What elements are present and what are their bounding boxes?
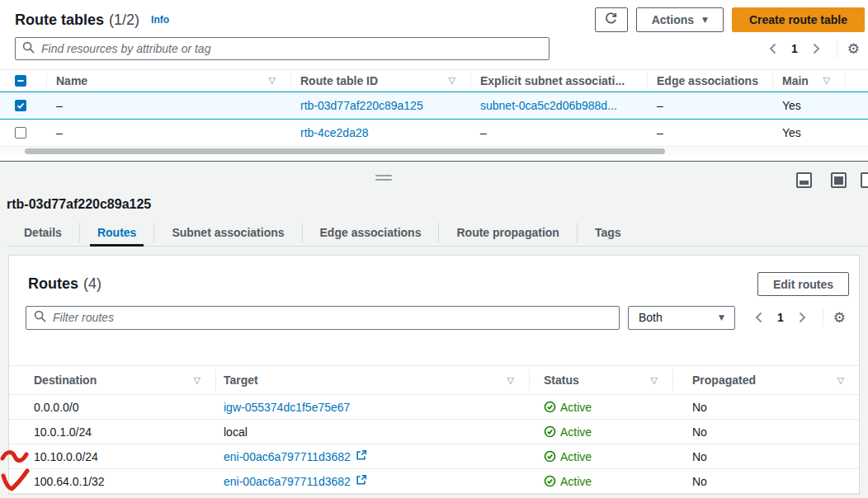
column-header-route-table-id[interactable]: Route table ID ▽: [290, 70, 470, 91]
status-badge: Active: [544, 401, 592, 414]
cell-edge: –: [647, 126, 772, 139]
sort-icon[interactable]: ▽: [837, 375, 844, 386]
column-header-name[interactable]: Name ▽: [46, 70, 290, 91]
status-badge: Active: [544, 450, 592, 463]
subnet-association-link[interactable]: subnet-0ca5c2d06b988d...: [480, 99, 617, 112]
column-header-propagated[interactable]: Propagated ▽: [672, 366, 859, 394]
routes-pagination: 1 ⚙: [748, 308, 846, 327]
actions-button-label: Actions: [652, 13, 694, 26]
sort-icon[interactable]: ▽: [269, 75, 276, 86]
tab-route-propagation[interactable]: Route propagation: [439, 219, 576, 246]
route-table-id-link[interactable]: rtb-03d77af220c89a125: [300, 99, 423, 112]
edit-routes-button[interactable]: Edit routes: [757, 272, 849, 296]
pane-splitter-handle[interactable]: [375, 175, 392, 183]
filter-routes-input[interactable]: [53, 311, 611, 324]
caret-down-icon: ▼: [702, 16, 708, 24]
layout-full-panel-icon[interactable]: [831, 172, 847, 188]
prev-page-button[interactable]: [762, 40, 783, 58]
info-link[interactable]: Info: [151, 14, 169, 26]
actions-button[interactable]: Actions ▼: [636, 7, 724, 32]
column-header-edge-associations[interactable]: Edge associations: [647, 70, 772, 91]
settings-gear-icon[interactable]: ⚙: [847, 42, 860, 56]
search-icon: [22, 41, 35, 56]
row-checkbox[interactable]: [15, 127, 26, 139]
tab-routes[interactable]: Routes: [80, 219, 153, 246]
column-header-destination[interactable]: Destination ▽: [9, 366, 215, 394]
column-header-status[interactable]: Status ▽: [529, 366, 672, 394]
cell-propagated: No: [672, 450, 859, 463]
column-header-explicit-subnet[interactable]: Explicit subnet associati...: [470, 70, 647, 91]
table-row[interactable]: – rtb-03d77af220c89a125 subnet-0ca5c2d06…: [0, 92, 868, 120]
search-input[interactable]: [41, 42, 542, 55]
next-page-button[interactable]: [792, 308, 813, 327]
tab-details[interactable]: Details: [7, 219, 79, 246]
route-row[interactable]: 10.10.0.0/24 eni-00ac6a797711d3682 Activ…: [9, 444, 859, 469]
cell-destination: 10.10.0.0/24: [9, 450, 215, 463]
routes-title: Routes: [28, 275, 78, 293]
search-icon: [34, 310, 46, 325]
select-all-checkbox[interactable]: [15, 75, 26, 87]
toolbar-divider: [823, 308, 823, 327]
create-route-table-button[interactable]: Create route table: [732, 7, 865, 32]
sort-icon[interactable]: ▽: [449, 75, 455, 86]
route-tables-pane: Route tables (1/2) Info Actions ▼ Creat: [0, 0, 868, 161]
refresh-button[interactable]: [595, 7, 628, 32]
header-checkbox-cell: [0, 75, 46, 87]
page-header: Route tables (1/2) Info Actions ▼ Creat: [15, 7, 865, 33]
routes-count: (4): [83, 275, 101, 293]
layout-bottom-panel-icon[interactable]: [796, 172, 812, 188]
target-link[interactable]: eni-00ac6a797711d3682: [224, 450, 351, 463]
horizontal-scrollbar-thumb[interactable]: [25, 148, 665, 154]
detail-tabs: Details Routes Subnet associations Edge …: [7, 219, 868, 247]
route-type-select-value: Both: [639, 311, 663, 324]
cell-destination: 10.0.1.0/24: [9, 425, 215, 439]
table-toolbar: 1 ⚙: [15, 36, 860, 61]
routes-table: Destination ▽ Target ▽ Status ▽ Propagat…: [9, 365, 859, 494]
routes-card: Routes (4) Edit routes Both ▼: [8, 255, 860, 495]
table-row[interactable]: – rtb-4ce2da28 – – Yes: [0, 120, 868, 147]
status-badge: Active: [544, 425, 592, 439]
cell-main: Yes: [772, 126, 845, 139]
column-header-target[interactable]: Target ▽: [215, 366, 529, 394]
routes-header-row: Destination ▽ Target ▽ Status ▽ Propagat…: [9, 365, 859, 395]
cell-destination: 100.64.0.1/32: [9, 475, 215, 488]
tab-tags[interactable]: Tags: [578, 219, 639, 246]
column-header-main[interactable]: Main ▽: [772, 70, 845, 91]
target-link[interactable]: igw-055374dc1f5e75e67: [224, 401, 350, 414]
route-tables-table: Name ▽ Route table ID ▽ Explicit subnet …: [0, 69, 868, 147]
routes-card-header: Routes (4) Edit routes: [28, 272, 849, 296]
row-checkbox[interactable]: [15, 100, 26, 111]
sort-icon[interactable]: ▽: [194, 375, 200, 386]
sort-icon[interactable]: ▽: [651, 375, 658, 386]
prev-page-button[interactable]: [748, 308, 769, 327]
refresh-icon: [604, 12, 618, 28]
route-type-select[interactable]: Both ▼: [628, 306, 735, 330]
external-link-icon[interactable]: [356, 474, 367, 488]
external-link-icon[interactable]: [356, 449, 367, 463]
tab-edge-associations[interactable]: Edge associations: [303, 219, 439, 246]
cell-target: local: [215, 425, 529, 439]
cell-edge: –: [647, 99, 772, 112]
route-row[interactable]: 0.0.0.0/0 igw-055374dc1f5e75e67 Active N…: [9, 395, 859, 420]
target-link[interactable]: eni-00ac6a797711d3682: [224, 475, 351, 488]
cell-main: Yes: [772, 99, 845, 112]
sort-icon[interactable]: ▽: [507, 375, 514, 386]
header-actions: Actions ▼ Create route table: [595, 7, 865, 32]
settings-gear-icon[interactable]: ⚙: [833, 311, 846, 325]
sort-icon[interactable]: ▽: [823, 75, 830, 86]
cell-destination: 0.0.0.0/0: [9, 401, 215, 414]
filter-box[interactable]: [26, 306, 620, 330]
next-page-button[interactable]: [806, 40, 827, 58]
tab-subnet-associations[interactable]: Subnet associations: [154, 219, 301, 246]
page-title: Route tables: [15, 12, 104, 29]
layout-side-panel-icon[interactable]: [861, 172, 868, 188]
page-number: 1: [786, 42, 803, 55]
route-table-id-link[interactable]: rtb-4ce2da28: [300, 126, 369, 139]
route-tables-header-row: Name ▽ Route table ID ▽ Explicit subnet …: [0, 69, 868, 92]
page-number: 1: [772, 311, 789, 324]
route-row[interactable]: 100.64.0.1/32 eni-00ac6a797711d3682 Acti…: [9, 469, 859, 494]
toolbar-divider: [837, 39, 837, 59]
detail-pane: rtb-03d77af220c89a125 Details Routes Sub…: [0, 161, 868, 498]
search-box[interactable]: [15, 37, 550, 60]
route-row[interactable]: 10.0.1.0/24 local Active No: [9, 420, 859, 444]
